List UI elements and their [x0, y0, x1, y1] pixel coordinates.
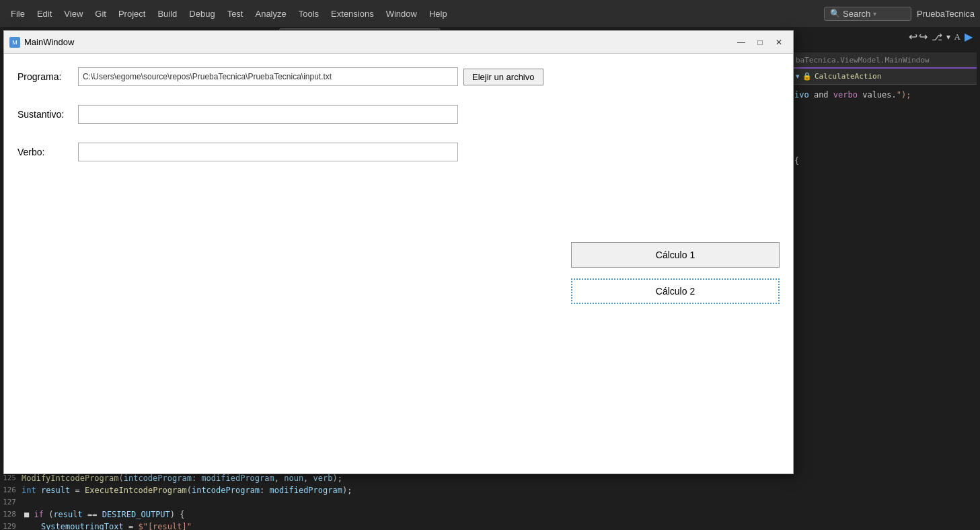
code-line-verbo: ivo and verbo values."); — [794, 90, 911, 100]
programa-input[interactable] — [78, 67, 458, 86]
sustantivo-label: Sustantivo: — [17, 109, 78, 120]
redo-icon[interactable]: ↪ — [919, 30, 928, 43]
line-num-125: 125 — [3, 474, 22, 482]
window-content: Programa: Elejir un archivo Sustantivo: … — [4, 54, 793, 474]
undo-icon[interactable]: ↩ — [909, 30, 917, 43]
window-title-text: MainWindow — [24, 37, 728, 47]
bottom-code-area: 125 ModifyIntcodeProgram(intcodeProgram:… — [0, 471, 980, 530]
line-num-128: 128 — [3, 510, 22, 519]
menu-build[interactable]: Build — [152, 6, 182, 22]
verbo-row: Verbo: — [17, 143, 780, 161]
programa-label: Programa: — [17, 71, 78, 82]
sustantivo-row: Sustantivo: — [17, 105, 780, 124]
verbo-input[interactable] — [78, 143, 458, 161]
code-129: SystemoutringToxt = $"[result]" — [22, 522, 977, 530]
window-icon-letter: M — [12, 39, 17, 46]
menu-analyze[interactable]: Analyze — [250, 6, 291, 22]
calculate-action-label: CalculateAction — [815, 72, 881, 81]
branch-icon[interactable]: ⎇ — [932, 32, 942, 42]
search-box[interactable]: 🔍 Search ▾ — [824, 7, 911, 21]
sustantivo-input[interactable] — [78, 105, 458, 124]
code-line-brace: { — [794, 156, 799, 165]
menu-project[interactable]: Project — [113, 6, 151, 22]
window-controls: — □ ✕ — [732, 35, 788, 50]
verbo-label: Verbo: — [17, 147, 78, 157]
search-label: Search — [843, 9, 870, 19]
line-num-127: 127 — [3, 498, 22, 506]
right-arrow-icon[interactable]: ▶ — [965, 30, 973, 43]
line-num-129: 129 — [3, 522, 22, 530]
dropdown-icon[interactable]: ▾ — [946, 32, 950, 42]
search-icon: 🔍 — [830, 9, 840, 18]
right-ide-toolbar: ↩ ↪ ⎇ ▾ A ▶ — [792, 28, 977, 45]
calculo2-button[interactable]: Cálculo 2 — [571, 278, 780, 304]
menu-file[interactable]: File — [5, 6, 30, 22]
menu-bar: File Edit View Git Project Build Debug T… — [0, 0, 980, 27]
menu-window[interactable]: Window — [381, 6, 422, 22]
menu-help[interactable]: Help — [424, 6, 453, 22]
code-126: int result = ExecuteIntcodeProgram(intco… — [22, 486, 977, 495]
programa-row: Programa: Elejir un archivo — [17, 67, 780, 86]
line-num-126: 126 — [3, 486, 22, 494]
menu-debug[interactable]: Debug — [184, 6, 220, 22]
menu-edit[interactable]: Edit — [32, 6, 57, 22]
code-125: ModifyIntcodeProgram(intcodeProgram: mod… — [22, 474, 977, 483]
breadcrumb-bar: baTecnica.ViewModel.MainWindow — [792, 52, 977, 69]
menu-test[interactable]: Test — [222, 6, 249, 22]
menu-extensions[interactable]: Extensions — [326, 6, 379, 22]
close-button[interactable]: ✕ — [770, 35, 788, 50]
search-dropdown-icon: ▾ — [873, 10, 876, 17]
right-code-panel: ivo and verbo values."); { — [792, 85, 977, 471]
window-title-bar: M MainWindow — □ ✕ — [4, 31, 793, 54]
dropdown-arrow-icon: ▾ — [796, 72, 800, 81]
lock-icon: 🔒 — [802, 72, 812, 81]
menu-tools[interactable]: Tools — [293, 6, 324, 22]
undo-redo-group: ↩ ↪ — [909, 30, 928, 43]
calc-buttons-area: Cálculo 1 Cálculo 2 — [571, 242, 780, 304]
main-window-dialog: M MainWindow — □ ✕ Programa: Elejir un a… — [3, 30, 794, 474]
menu-git[interactable]: Git — [89, 6, 112, 22]
app-title: PruebaTecnica — [917, 9, 975, 19]
calculo1-button[interactable]: Cálculo 1 — [571, 242, 780, 268]
action-bar: ▾ 🔒 CalculateAction — [792, 69, 977, 85]
menu-view[interactable]: View — [59, 6, 88, 22]
elejir-archivo-button[interactable]: Elejir un archivo — [463, 69, 543, 85]
window-icon: M — [9, 37, 20, 48]
text-icon[interactable]: A — [954, 32, 960, 42]
breadcrumb-text: baTecnica.ViewModel.MainWindow — [796, 56, 930, 65]
maximize-button[interactable]: □ — [751, 35, 769, 50]
code-128: ■ if (result == DESIRED_OUTPUT) { — [22, 510, 977, 519]
minimize-button[interactable]: — — [732, 35, 750, 50]
